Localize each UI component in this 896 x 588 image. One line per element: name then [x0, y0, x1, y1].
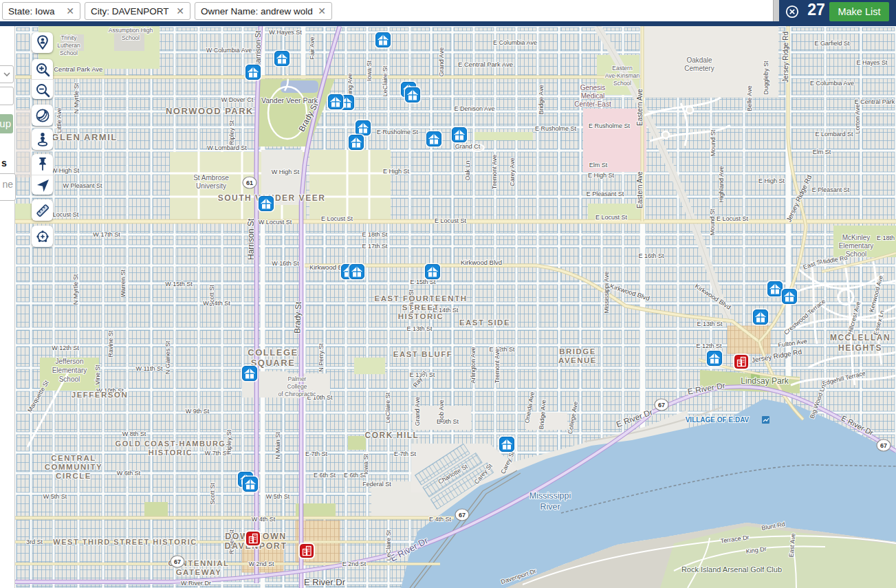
svg-text:Oakdale: Oakdale [686, 56, 712, 64]
svg-text:Mississippi: Mississippi [529, 491, 571, 501]
svg-text:E 18th: E 18th [877, 235, 895, 241]
svg-text:St Ambrose: St Ambrose [193, 174, 229, 182]
svg-text:Harrison St: Harrison St [246, 218, 256, 260]
svg-text:Eastern: Eastern [612, 65, 633, 72]
svg-text:W River Dr: W River Dr [181, 580, 211, 587]
svg-text:Scott St: Scott St [209, 483, 216, 505]
svg-text:Little Ave: Little Ave [56, 108, 63, 133]
svg-text:Trinity: Trinity [61, 34, 78, 41]
svg-text:E Pleasant St: E Pleasant St [587, 190, 624, 197]
svg-text:Bridge Ave: Bridge Ave [538, 85, 545, 114]
svg-text:Assumption High: Assumption High [109, 27, 153, 34]
svg-text:E Rusholme St: E Rusholme St [377, 129, 419, 135]
svg-text:N Gaines St: N Gaines St [164, 340, 171, 374]
svg-text:E High St: E High St [383, 168, 410, 175]
svg-text:E 7th St: E 7th St [305, 450, 328, 457]
svg-text:E 12th St: E 12th St [696, 342, 722, 349]
svg-text:Eastern Ave: Eastern Ave [636, 89, 644, 126]
svg-text:School: School [613, 80, 631, 87]
svg-text:Cemetery: Cemetery [684, 65, 714, 72]
svg-text:Lutheran: Lutheran [57, 42, 80, 49]
svg-text:E 17th St: E 17th St [362, 243, 388, 250]
svg-text:Genesis: Genesis [580, 84, 606, 91]
svg-text:Medical: Medical [581, 92, 604, 100]
svg-text:E High St: E High St [758, 177, 785, 184]
svg-text:Elementary: Elementary [839, 242, 874, 250]
svg-text:LeClaire St: LeClaire St [385, 530, 392, 560]
svg-text:Lorton Ave: Lorton Ave [854, 105, 861, 134]
svg-text:Mound St: Mound St [710, 129, 717, 156]
svg-text:W Locust St: W Locust St [259, 219, 292, 226]
svg-text:Mound St: Mound St [709, 208, 716, 235]
svg-text:E 4th St: E 4th St [429, 516, 452, 523]
svg-text:GLEN ARMIL: GLEN ARMIL [52, 132, 117, 142]
svg-text:E 13th St: E 13th St [406, 325, 433, 332]
svg-text:Center-East: Center-East [574, 100, 611, 108]
svg-text:HEIGHTS: HEIGHTS [838, 343, 882, 353]
svg-text:61: 61 [246, 179, 253, 186]
svg-text:E Hayes St: E Hayes St [856, 59, 888, 66]
svg-text:E Locust St: E Locust St [435, 217, 467, 224]
svg-text:N Myrtle St: N Myrtle St [73, 83, 80, 113]
svg-text:E 13th St: E 13th St [697, 320, 723, 327]
svg-text:E Central Park Ave: E Central Park Ave [458, 61, 513, 68]
svg-text:E 7th St: E 7th St [394, 450, 417, 457]
svg-text:W Columbia Ave: W Columbia Ave [206, 47, 252, 54]
svg-text:E 18th St: E 18th St [362, 231, 388, 238]
svg-text:University: University [196, 182, 226, 190]
svg-text:STREET: STREET [402, 303, 439, 312]
svg-text:W High St: W High St [52, 167, 80, 174]
svg-text:67: 67 [459, 512, 466, 519]
svg-text:Grand Ave: Grand Ave [414, 397, 421, 426]
svg-text:W 5th St: W 5th St [43, 493, 67, 500]
svg-text:of Chiropractic: of Chiropractic [278, 391, 317, 398]
svg-text:Iowa St: Iowa St [362, 453, 369, 475]
svg-text:3rd St: 3rd St [26, 538, 43, 545]
svg-text:W 2nd St: W 2nd St [248, 560, 274, 567]
svg-text:NORWOOD PARK: NORWOOD PARK [166, 106, 254, 116]
svg-text:Grand Ct: Grand Ct [455, 143, 481, 150]
svg-text:Lindsay Park: Lindsay Park [741, 376, 789, 386]
svg-text:Ripley St: Ripley St [228, 120, 235, 145]
svg-text:W 12th St: W 12th St [52, 345, 79, 351]
svg-text:Oak Ln: Oak Ln [464, 160, 471, 180]
svg-text:GOLD COAST-HAMBURG: GOLD COAST-HAMBURG [116, 439, 226, 448]
svg-text:E 2nd St: E 2nd St [342, 560, 367, 567]
svg-text:E 6th St: E 6th St [314, 472, 336, 479]
svg-text:Ripley St: Ripley St [226, 429, 232, 455]
svg-text:Vine St: Vine St [94, 364, 101, 384]
svg-text:Grand Ave: Grand Ave [438, 47, 445, 76]
svg-text:Scott St: Scott St [208, 285, 215, 307]
svg-text:W Lombard St: W Lombard St [207, 144, 247, 151]
svg-text:E River Dr: E River Dr [304, 577, 346, 587]
svg-text:W 8th St: W 8th St [122, 431, 146, 437]
svg-text:CENTRAL: CENTRAL [51, 454, 96, 462]
svg-text:Harrison St: Harrison St [254, 30, 262, 68]
svg-text:Tremont Ave: Tremont Ave [491, 155, 498, 190]
svg-text:67: 67 [174, 558, 181, 565]
svg-text:W 15th St: W 15th St [165, 281, 193, 287]
svg-text:HISTORIC: HISTORIC [149, 448, 193, 457]
svg-text:Ave-Kinsman: Ave-Kinsman [605, 72, 640, 79]
svg-text:McKinley: McKinley [842, 234, 871, 241]
svg-text:E Columbia Ave: E Columbia Ave [810, 80, 854, 87]
svg-text:W 14th St: W 14th St [203, 300, 230, 307]
svg-text:Ravine St: Ravine St [107, 330, 114, 358]
svg-text:E Lombard St: E Lombard St [815, 131, 853, 138]
svg-text:VILLAGE OF E.DAV: VILLAGE OF E.DAV [686, 416, 750, 424]
svg-text:E Columbia Ave: E Columbia Ave [493, 39, 537, 46]
svg-text:Warren St: Warren St [120, 269, 127, 297]
svg-text:CORK HILL: CORK HILL [365, 431, 419, 440]
svg-text:Mississippi Ave: Mississippi Ave [603, 272, 610, 314]
svg-text:Rock Island Arsenal Golf Club: Rock Island Arsenal Golf Club [681, 565, 782, 574]
svg-text:Bob Ave: Bob Ave [438, 400, 445, 422]
svg-text:W 9th St: W 9th St [186, 408, 210, 415]
svg-text:E Locust St: E Locust St [717, 215, 749, 222]
svg-text:Federal St: Federal St [362, 481, 391, 488]
svg-text:W High St: W High St [272, 168, 300, 175]
svg-text:W Dover Ct: W Dover Ct [221, 96, 254, 103]
svg-text:W 4th St: W 4th St [252, 516, 276, 523]
svg-text:W 16th St: W 16th St [272, 260, 299, 267]
svg-text:W Hayes St: W Hayes St [269, 29, 302, 36]
svg-text:WEST THIRD STREET HISTORIC: WEST THIRD STREET HISTORIC [53, 538, 197, 546]
